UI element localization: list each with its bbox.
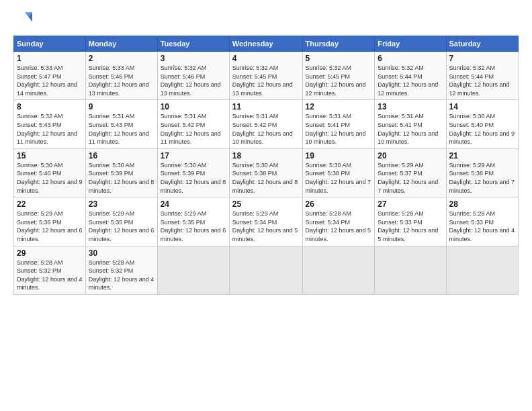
day-number: 7 <box>449 54 515 63</box>
day-number: 14 <box>449 102 515 111</box>
day-number: 13 <box>378 102 443 111</box>
day-info: Sunrise: 5:32 AMSunset: 5:43 PMDaylight:… <box>17 112 83 146</box>
day-number: 28 <box>449 199 515 209</box>
calendar-header-row: SundayMondayTuesdayWednesdayThursdayFrid… <box>14 36 519 52</box>
calendar-cell: 27Sunrise: 5:28 AMSunset: 5:33 PMDayligh… <box>375 197 446 246</box>
day-number: 17 <box>161 151 226 161</box>
calendar-cell: 3Sunrise: 5:32 AMSunset: 5:46 PMDaylight… <box>157 52 229 100</box>
calendar-header-friday: Friday <box>375 36 446 52</box>
day-info: Sunrise: 5:29 AMSunset: 5:37 PMDaylight:… <box>378 161 443 195</box>
day-number: 8 <box>17 102 83 111</box>
calendar-cell: 14Sunrise: 5:30 AMSunset: 5:40 PMDayligh… <box>446 100 518 148</box>
header <box>13 10 519 29</box>
day-info: Sunrise: 5:32 AMSunset: 5:44 PMDaylight:… <box>378 64 443 97</box>
day-info: Sunrise: 5:31 AMSunset: 5:42 PMDaylight:… <box>232 112 300 146</box>
calendar-cell: 18Sunrise: 5:30 AMSunset: 5:38 PMDayligh… <box>229 148 302 197</box>
calendar-cell: 23Sunrise: 5:29 AMSunset: 5:35 PMDayligh… <box>85 197 157 246</box>
day-info: Sunrise: 5:32 AMSunset: 5:46 PMDaylight:… <box>161 64 226 97</box>
day-info: Sunrise: 5:32 AMSunset: 5:45 PMDaylight:… <box>306 64 372 97</box>
calendar-header-monday: Monday <box>85 36 157 52</box>
day-number: 9 <box>89 102 154 111</box>
day-info: Sunrise: 5:31 AMSunset: 5:41 PMDaylight:… <box>378 112 443 146</box>
day-info: Sunrise: 5:28 AMSunset: 5:32 PMDaylight:… <box>89 259 154 292</box>
calendar-cell: 21Sunrise: 5:29 AMSunset: 5:36 PMDayligh… <box>446 148 518 197</box>
calendar-header-sunday: Sunday <box>14 36 86 52</box>
day-info: Sunrise: 5:29 AMSunset: 5:34 PMDaylight:… <box>232 210 300 243</box>
day-number: 22 <box>17 199 83 209</box>
calendar-cell: 4Sunrise: 5:32 AMSunset: 5:45 PMDaylight… <box>229 52 302 100</box>
day-number: 4 <box>232 54 300 63</box>
calendar-cell: 20Sunrise: 5:29 AMSunset: 5:37 PMDayligh… <box>375 148 446 197</box>
calendar-week-row: 29Sunrise: 5:28 AMSunset: 5:32 PMDayligh… <box>14 246 519 294</box>
day-info: Sunrise: 5:31 AMSunset: 5:42 PMDaylight:… <box>161 112 226 146</box>
day-info: Sunrise: 5:33 AMSunset: 5:47 PMDaylight:… <box>17 64 83 97</box>
calendar-header-tuesday: Tuesday <box>157 36 229 52</box>
calendar-cell: 22Sunrise: 5:29 AMSunset: 5:36 PMDayligh… <box>14 197 86 246</box>
calendar-header-thursday: Thursday <box>302 36 375 52</box>
day-info: Sunrise: 5:30 AMSunset: 5:39 PMDaylight:… <box>89 161 154 195</box>
calendar-cell: 29Sunrise: 5:28 AMSunset: 5:32 PMDayligh… <box>14 246 86 294</box>
calendar-cell: 28Sunrise: 5:28 AMSunset: 5:33 PMDayligh… <box>446 197 518 246</box>
calendar-header-wednesday: Wednesday <box>229 36 302 52</box>
day-number: 26 <box>306 199 372 209</box>
calendar-cell: 11Sunrise: 5:31 AMSunset: 5:42 PMDayligh… <box>229 100 302 148</box>
day-info: Sunrise: 5:28 AMSunset: 5:32 PMDaylight:… <box>17 259 83 292</box>
day-info: Sunrise: 5:28 AMSunset: 5:33 PMDaylight:… <box>449 210 515 243</box>
day-number: 16 <box>89 151 154 161</box>
calendar-cell: 1Sunrise: 5:33 AMSunset: 5:47 PMDaylight… <box>14 52 86 100</box>
day-number: 3 <box>161 54 226 63</box>
calendar-cell: 13Sunrise: 5:31 AMSunset: 5:41 PMDayligh… <box>375 100 446 148</box>
day-number: 6 <box>378 54 443 63</box>
calendar-cell: 12Sunrise: 5:31 AMSunset: 5:41 PMDayligh… <box>302 100 375 148</box>
calendar-cell: 16Sunrise: 5:30 AMSunset: 5:39 PMDayligh… <box>85 148 157 197</box>
day-info: Sunrise: 5:31 AMSunset: 5:43 PMDaylight:… <box>89 112 154 146</box>
calendar-cell: 19Sunrise: 5:30 AMSunset: 5:38 PMDayligh… <box>302 148 375 197</box>
calendar-cell <box>157 246 229 294</box>
day-number: 19 <box>306 151 372 161</box>
day-info: Sunrise: 5:31 AMSunset: 5:41 PMDaylight:… <box>306 112 372 146</box>
calendar-cell: 26Sunrise: 5:28 AMSunset: 5:34 PMDayligh… <box>302 197 375 246</box>
calendar-week-row: 15Sunrise: 5:30 AMSunset: 5:40 PMDayligh… <box>14 148 519 197</box>
calendar-week-row: 22Sunrise: 5:29 AMSunset: 5:36 PMDayligh… <box>14 197 519 246</box>
day-number: 25 <box>232 199 300 209</box>
day-info: Sunrise: 5:30 AMSunset: 5:38 PMDaylight:… <box>232 161 300 195</box>
day-number: 2 <box>89 54 154 63</box>
calendar-cell <box>302 246 375 294</box>
day-info: Sunrise: 5:30 AMSunset: 5:39 PMDaylight:… <box>161 161 226 195</box>
calendar-cell: 17Sunrise: 5:30 AMSunset: 5:39 PMDayligh… <box>157 148 229 197</box>
day-info: Sunrise: 5:30 AMSunset: 5:38 PMDaylight:… <box>306 161 372 195</box>
day-number: 12 <box>306 102 372 111</box>
calendar-cell: 5Sunrise: 5:32 AMSunset: 5:45 PMDaylight… <box>302 52 375 100</box>
calendar-week-row: 1Sunrise: 5:33 AMSunset: 5:47 PMDaylight… <box>14 52 519 100</box>
calendar-cell: 6Sunrise: 5:32 AMSunset: 5:44 PMDaylight… <box>375 52 446 100</box>
day-number: 1 <box>17 54 83 63</box>
day-info: Sunrise: 5:32 AMSunset: 5:44 PMDaylight:… <box>449 64 515 97</box>
calendar-cell: 24Sunrise: 5:29 AMSunset: 5:35 PMDayligh… <box>157 197 229 246</box>
calendar-cell: 9Sunrise: 5:31 AMSunset: 5:43 PMDaylight… <box>85 100 157 148</box>
calendar-cell <box>229 246 302 294</box>
calendar-cell: 25Sunrise: 5:29 AMSunset: 5:34 PMDayligh… <box>229 197 302 246</box>
calendar-cell <box>375 246 446 294</box>
day-number: 18 <box>232 151 300 161</box>
calendar-cell: 7Sunrise: 5:32 AMSunset: 5:44 PMDaylight… <box>446 52 518 100</box>
day-info: Sunrise: 5:29 AMSunset: 5:35 PMDaylight:… <box>161 210 226 243</box>
day-number: 27 <box>378 199 443 209</box>
day-info: Sunrise: 5:29 AMSunset: 5:35 PMDaylight:… <box>89 210 154 243</box>
day-number: 5 <box>306 54 372 63</box>
day-number: 15 <box>17 151 83 161</box>
calendar-cell <box>446 246 518 294</box>
day-number: 10 <box>161 102 226 111</box>
day-info: Sunrise: 5:28 AMSunset: 5:34 PMDaylight:… <box>306 210 372 243</box>
day-number: 29 <box>17 248 83 258</box>
day-number: 24 <box>161 199 226 209</box>
calendar-header-saturday: Saturday <box>446 36 518 52</box>
day-info: Sunrise: 5:28 AMSunset: 5:33 PMDaylight:… <box>378 210 443 243</box>
day-info: Sunrise: 5:30 AMSunset: 5:40 PMDaylight:… <box>17 161 83 195</box>
day-info: Sunrise: 5:32 AMSunset: 5:45 PMDaylight:… <box>232 64 300 97</box>
day-number: 20 <box>378 151 443 161</box>
day-number: 11 <box>232 102 300 111</box>
calendar-week-row: 8Sunrise: 5:32 AMSunset: 5:43 PMDaylight… <box>14 100 519 148</box>
day-number: 30 <box>89 248 154 258</box>
calendar-cell: 2Sunrise: 5:33 AMSunset: 5:46 PMDaylight… <box>85 52 157 100</box>
calendar-table: SundayMondayTuesdayWednesdayThursdayFrid… <box>13 36 519 295</box>
